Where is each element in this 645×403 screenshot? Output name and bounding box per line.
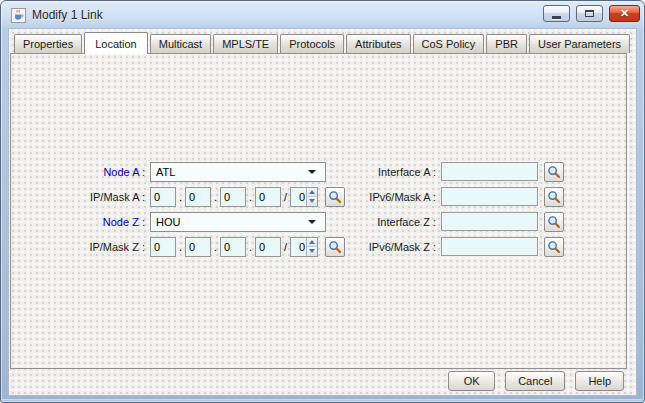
- ipv6-mask-a-row: IPv6/Mask A :: [357, 186, 564, 207]
- ip-z-mask-spinner: [290, 237, 318, 257]
- spinner-buttons: [306, 238, 317, 256]
- spinner-up-button[interactable]: [307, 238, 317, 248]
- tab-bar: Properties Location Multicast MPLS/TE Pr…: [14, 31, 632, 53]
- dot-separator: .: [246, 241, 255, 253]
- window-title: Modify 1 Link: [32, 8, 103, 22]
- dialog-button-bar: OK Cancel Help: [448, 371, 624, 391]
- interface-a-row: Interface A :: [357, 161, 564, 182]
- minimize-button[interactable]: [543, 5, 570, 22]
- tab-mpls-te[interactable]: MPLS/TE: [213, 34, 278, 53]
- interface-a-label: Interface A :: [357, 166, 441, 178]
- ok-button[interactable]: OK: [448, 371, 495, 391]
- node-z-label: Node Z :: [19, 216, 150, 228]
- ip-a-mask-input[interactable]: [291, 188, 306, 206]
- interface-a-search-button[interactable]: [544, 162, 564, 182]
- tab-properties[interactable]: Properties: [14, 34, 82, 53]
- interface-z-search-button[interactable]: [544, 212, 564, 232]
- close-icon: ✕: [620, 8, 629, 19]
- ipv6-mask-a-search-button[interactable]: [544, 187, 564, 207]
- maximize-icon: [585, 10, 594, 17]
- triangle-down-icon: [309, 199, 315, 203]
- search-icon: [547, 215, 561, 229]
- dot-separator: .: [176, 241, 185, 253]
- tab-location[interactable]: Location: [84, 32, 148, 54]
- node-z-value: HOU: [151, 216, 180, 228]
- node-a-value: ATL: [151, 166, 175, 178]
- spinner-down-button[interactable]: [307, 247, 317, 256]
- ip-z-octet-2[interactable]: [185, 237, 211, 257]
- tab-user-parameters[interactable]: User Parameters: [529, 34, 630, 53]
- tab-protocols[interactable]: Protocols: [280, 34, 344, 53]
- triangle-down-icon: [309, 249, 315, 253]
- dot-separator: .: [246, 191, 255, 203]
- maximize-button[interactable]: [576, 5, 603, 22]
- chevron-down-icon: [308, 220, 316, 224]
- ip-mask-z-row: IP/Mask Z : . . . /: [19, 236, 345, 257]
- search-icon: [547, 190, 561, 204]
- spinner-up-button[interactable]: [307, 188, 317, 198]
- dot-separator: .: [211, 241, 220, 253]
- search-icon: [547, 165, 561, 179]
- search-icon: [328, 190, 342, 204]
- titlebar[interactable]: Modify 1 Link ✕: [2, 2, 643, 28]
- dot-separator: .: [176, 191, 185, 203]
- ip-z-search-button[interactable]: [325, 237, 345, 257]
- modify-link-dialog: Modify 1 Link ✕ Properties Location Mult…: [0, 0, 645, 403]
- window-controls: ✕: [543, 5, 640, 22]
- node-a-row: Node A : ATL: [19, 161, 326, 182]
- ipv6-mask-z-row: IPv6/Mask Z :: [357, 236, 564, 257]
- triangle-up-icon: [309, 190, 315, 194]
- ipv6-mask-z-search-button[interactable]: [544, 237, 564, 257]
- interface-a-input[interactable]: [441, 162, 538, 181]
- ip-a-mask-spinner: [290, 187, 318, 207]
- ip-a-octet-4[interactable]: [255, 187, 281, 207]
- tab-multicast[interactable]: Multicast: [150, 34, 211, 53]
- ip-z-mask-input[interactable]: [291, 238, 306, 256]
- ip-a-search-button[interactable]: [325, 187, 345, 207]
- tab-pbr[interactable]: PBR: [486, 34, 527, 53]
- ip-a-octet-3[interactable]: [220, 187, 246, 207]
- node-z-dropdown[interactable]: HOU: [150, 212, 326, 232]
- ip-mask-a-row: IP/Mask A : . . . /: [19, 186, 345, 207]
- spinner-buttons: [306, 188, 317, 206]
- ip-a-octet-2[interactable]: [185, 187, 211, 207]
- chevron-down-icon: [308, 170, 316, 174]
- minimize-icon: [552, 16, 561, 19]
- ip-z-octet-1[interactable]: [150, 237, 176, 257]
- search-icon: [328, 240, 342, 254]
- slash-separator: /: [281, 241, 290, 253]
- close-button[interactable]: ✕: [609, 5, 640, 22]
- help-button[interactable]: Help: [575, 371, 624, 391]
- ipv6-mask-a-label: IPv6/Mask A :: [357, 191, 441, 203]
- search-icon: [547, 240, 561, 254]
- cancel-button[interactable]: Cancel: [505, 371, 565, 391]
- interface-z-input[interactable]: [441, 212, 538, 231]
- triangle-up-icon: [309, 240, 315, 244]
- interface-z-label: Interface Z :: [357, 216, 441, 228]
- ip-z-octet-3[interactable]: [220, 237, 246, 257]
- dialog-body: Properties Location Multicast MPLS/TE Pr…: [8, 28, 637, 396]
- spinner-down-button[interactable]: [307, 197, 317, 206]
- node-a-label: Node A :: [19, 166, 150, 178]
- node-a-dropdown[interactable]: ATL: [150, 162, 326, 182]
- ip-mask-a-label: IP/Mask A :: [19, 191, 150, 203]
- java-coffee-cup-icon: [11, 8, 26, 23]
- ipv6-mask-z-input[interactable]: [441, 237, 538, 256]
- ipv6-mask-a-input[interactable]: [441, 187, 538, 206]
- tab-attributes[interactable]: Attributes: [346, 34, 410, 53]
- interface-z-row: Interface Z :: [357, 211, 564, 232]
- ip-mask-z-label: IP/Mask Z :: [19, 241, 150, 253]
- slash-separator: /: [281, 191, 290, 203]
- tab-cos-policy[interactable]: CoS Policy: [413, 34, 485, 53]
- node-z-row: Node Z : HOU: [19, 211, 326, 232]
- ipv6-mask-z-label: IPv6/Mask Z :: [357, 241, 441, 253]
- ip-a-octet-1[interactable]: [150, 187, 176, 207]
- dot-separator: .: [211, 191, 220, 203]
- ip-z-octet-4[interactable]: [255, 237, 281, 257]
- location-tab-panel: Node A : ATL IP/Mask A : . . . /: [10, 53, 627, 369]
